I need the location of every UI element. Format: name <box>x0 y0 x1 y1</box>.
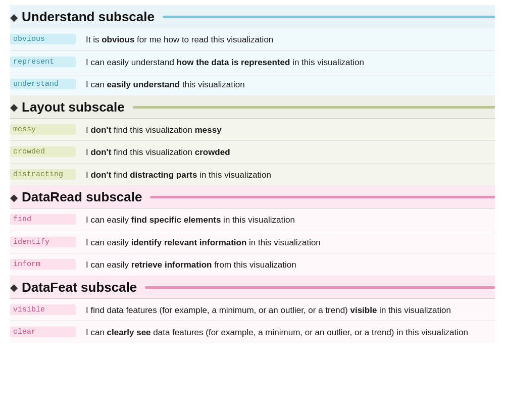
item-row-visible: visibleI find data features (for example… <box>10 299 495 322</box>
item-row-clear: clearI can clearly see data features (fo… <box>10 321 495 343</box>
item-row-represent: representI can easily understand how the… <box>10 51 495 74</box>
header-bar-layout <box>133 106 495 109</box>
item-text-messy: I don't find this visualization messy <box>86 124 495 137</box>
section-header-dataread: ◆DataRead subscale <box>10 185 495 208</box>
section-header-layout: ◆Layout subscale <box>10 95 495 119</box>
item-text-inform: I can easily retrieve information from t… <box>86 258 495 272</box>
item-tag-represent: represent <box>10 57 76 67</box>
items-wrapper-datafeat: visibleI find data features (for example… <box>10 299 495 343</box>
item-tag-distracting: distracting <box>10 169 76 180</box>
item-tag-understand: understand <box>10 79 76 89</box>
section-layout: ◆Layout subscalemessyI don't find this v… <box>10 95 495 186</box>
header-bar-understand <box>163 16 495 18</box>
section-title-datafeat: DataFeat subscale <box>22 280 137 295</box>
item-text-find: I can easily find specific elements in t… <box>86 214 495 227</box>
section-datafeat: ◆DataFeat subscalevisibleI find data fea… <box>10 276 495 343</box>
item-row-distracting: distractingI don't find distracting part… <box>10 164 495 186</box>
items-wrapper-understand: obviousIt is obvious for me how to read … <box>10 28 495 95</box>
item-tag-inform: inform <box>10 259 76 270</box>
section-dataread: ◆DataRead subscalefindI can easily find … <box>10 185 495 276</box>
item-row-find: findI can easily find specific elements … <box>10 208 495 231</box>
item-row-crowded: crowdedI don't find this visualization c… <box>10 141 495 164</box>
item-row-obvious: obviousIt is obvious for me how to read … <box>10 28 495 51</box>
item-text-understand: I can easily understand this visualizati… <box>86 78 495 91</box>
item-row-messy: messyI don't find this visualization mes… <box>10 119 495 141</box>
diamond-icon: ◆ <box>10 191 18 203</box>
diamond-icon: ◆ <box>10 101 18 113</box>
item-tag-visible: visible <box>10 304 76 315</box>
diamond-icon: ◆ <box>10 281 18 293</box>
header-bar-dataread <box>150 196 495 198</box>
item-text-obvious: It is obvious for me how to read this vi… <box>86 33 495 46</box>
header-bar-datafeat <box>145 286 495 289</box>
section-title-understand: Understand subscale <box>22 9 155 25</box>
item-row-inform: informI can easily retrieve information … <box>10 253 495 276</box>
item-tag-find: find <box>10 214 76 225</box>
items-wrapper-dataread: findI can easily find specific elements … <box>10 208 495 276</box>
section-header-datafeat: ◆DataFeat subscale <box>10 276 495 299</box>
items-wrapper-layout: messyI don't find this visualization mes… <box>10 119 495 186</box>
item-text-distracting: I don't find distracting parts in this v… <box>86 169 495 182</box>
app-container: ◆Understand subscaleobviousIt is obvious… <box>10 5 495 343</box>
item-tag-messy: messy <box>10 124 76 135</box>
diamond-icon: ◆ <box>10 11 18 23</box>
item-text-clear: I can clearly see data features (for exa… <box>86 326 495 339</box>
item-row-identify: identifyI can easily identify relevant i… <box>10 231 495 254</box>
item-row-understand: understandI can easily understand this v… <box>10 73 495 95</box>
item-tag-identify: identify <box>10 237 76 247</box>
section-understand: ◆Understand subscaleobviousIt is obvious… <box>10 5 495 95</box>
item-tag-obvious: obvious <box>10 34 76 44</box>
section-title-layout: Layout subscale <box>22 99 125 115</box>
item-text-visible: I find data features (for example, a min… <box>86 304 495 317</box>
item-tag-crowded: crowded <box>10 146 76 157</box>
section-header-understand: ◆Understand subscale <box>10 5 495 28</box>
item-text-crowded: I don't find this visualization crowded <box>86 146 495 159</box>
item-tag-clear: clear <box>10 327 76 337</box>
section-title-dataread: DataRead subscale <box>22 189 142 205</box>
item-text-represent: I can easily understand how the data is … <box>86 56 495 69</box>
item-text-identify: I can easily identify relevant informati… <box>86 236 495 249</box>
